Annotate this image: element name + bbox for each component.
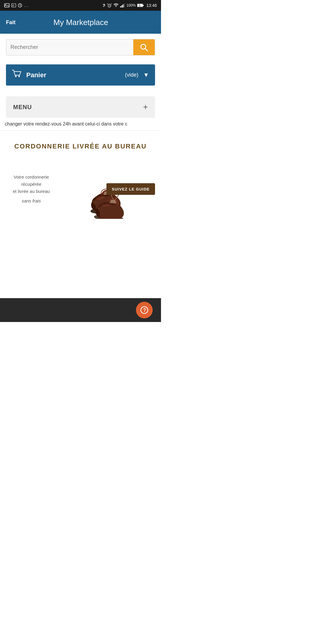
- help-button[interactable]: ?: [136, 302, 153, 318]
- cart-icon: [12, 70, 21, 80]
- signal-icon: [120, 3, 125, 7]
- page-title: My Marketplace: [24, 18, 137, 27]
- search-icon: [140, 43, 148, 52]
- svg-line-20: [145, 49, 148, 51]
- svg-rect-15: [124, 4, 125, 7]
- search-section: [0, 34, 161, 55]
- banner-title: CORDONNERIE LIVRÉE AU BUREAU: [14, 143, 147, 150]
- svg-rect-13: [121, 5, 122, 7]
- clock-icon: [18, 3, 22, 7]
- svg-line-9: [109, 6, 110, 6]
- svg-line-40: [111, 200, 115, 201]
- back-button[interactable]: Fait: [6, 19, 16, 26]
- help-icon: ?: [140, 306, 148, 314]
- svg-line-6: [20, 5, 21, 6]
- menu-bar[interactable]: MENU +: [6, 96, 155, 118]
- svg-text:O: O: [12, 4, 14, 7]
- svg-rect-14: [123, 4, 123, 7]
- notification-text: changer votre rendez-vous 24h avant celu…: [0, 118, 161, 131]
- time: 13:46: [146, 3, 157, 8]
- guide-button[interactable]: SUIVEZ LE GUIDE: [106, 183, 155, 195]
- status-right-icons: 100% 13:46: [103, 3, 157, 8]
- image-icon: [4, 3, 10, 7]
- ellipsis: ...: [24, 3, 29, 8]
- status-bar: O ...: [0, 0, 161, 11]
- search-input[interactable]: [6, 39, 133, 55]
- menu-expand-icon: +: [143, 102, 148, 112]
- svg-line-11: [111, 4, 112, 4]
- wifi-icon: [113, 3, 119, 7]
- cart-status: (vide): [125, 72, 138, 78]
- bluetooth-icon: [103, 3, 106, 8]
- cart-bar[interactable]: Panier (vide) ▼: [6, 64, 155, 86]
- menu-label: MENU: [13, 104, 143, 111]
- search-button[interactable]: [133, 39, 155, 55]
- svg-rect-12: [120, 6, 121, 7]
- svg-rect-18: [143, 5, 144, 6]
- banner-description: Votre cordonnerie récupérée et livrée au…: [6, 174, 60, 205]
- status-left-icons: O ...: [4, 3, 29, 8]
- alarm-icon: [107, 3, 112, 7]
- svg-text:?: ?: [143, 307, 146, 313]
- footer: ?: [0, 298, 161, 322]
- outlook-icon: O: [11, 3, 16, 7]
- svg-line-10: [107, 4, 108, 4]
- battery-text: 100%: [126, 3, 136, 7]
- search-bar: [6, 39, 155, 55]
- battery-icon: [137, 4, 144, 7]
- cart-label: Panier: [26, 71, 120, 79]
- svg-point-22: [18, 76, 20, 77]
- svg-point-21: [15, 76, 17, 77]
- banner-content: Votre cordonnerie récupérée et livrée au…: [6, 159, 155, 219]
- cart-chevron-icon: ▼: [143, 72, 149, 78]
- banner-section: CORDONNERIE LIVRÉE AU BUREAU Votre cordo…: [0, 131, 161, 238]
- header: Fait My Marketplace: [0, 11, 161, 34]
